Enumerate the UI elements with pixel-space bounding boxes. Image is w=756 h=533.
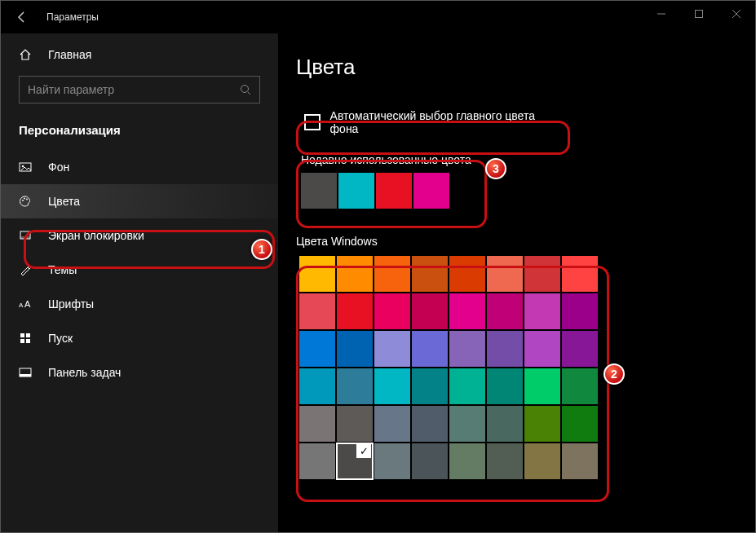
sidebar-item-label: Пуск — [48, 332, 73, 345]
color-swatch[interactable] — [562, 443, 598, 479]
sidebar-item-start[interactable]: Пуск — [1, 321, 278, 355]
windows-colors-header: Цвета Windows — [296, 235, 737, 248]
color-swatch[interactable] — [374, 256, 410, 292]
lockscreen-icon — [19, 229, 35, 242]
auto-pick-accent-checkbox[interactable]: Автоматический выбор главного цвета фона — [296, 103, 568, 142]
sidebar-item-lockscreen[interactable]: Экран блокировки — [1, 218, 278, 253]
recent-color-swatch[interactable] — [301, 173, 337, 209]
color-swatch[interactable] — [337, 406, 373, 442]
color-swatch[interactable] — [449, 331, 485, 367]
color-swatch[interactable] — [487, 293, 523, 329]
minimize-button[interactable] — [643, 1, 680, 27]
color-swatch[interactable] — [487, 443, 523, 479]
color-swatch[interactable] — [449, 443, 485, 479]
color-swatch[interactable] — [299, 406, 335, 442]
color-swatch[interactable] — [449, 406, 485, 442]
maximize-button[interactable] — [680, 1, 718, 27]
close-button[interactable] — [718, 1, 755, 27]
sidebar-item-label: Шрифты — [48, 297, 94, 311]
color-swatch[interactable] — [562, 293, 598, 329]
color-swatch[interactable] — [524, 406, 560, 442]
color-swatch[interactable] — [562, 406, 598, 442]
search-icon — [240, 84, 251, 95]
color-swatch[interactable] — [487, 256, 523, 292]
sidebar-item-label: Фон — [48, 161, 69, 174]
svg-point-9 — [24, 198, 25, 200]
color-swatch[interactable] — [337, 331, 373, 367]
color-swatch[interactable] — [412, 406, 448, 442]
svg-rect-16 — [26, 333, 30, 337]
svg-rect-12 — [20, 236, 30, 239]
sidebar-item-taskbar[interactable]: Панель задач — [1, 355, 278, 390]
color-swatch[interactable] — [524, 293, 560, 329]
color-swatch[interactable] — [412, 368, 448, 404]
page-title: Цвета — [296, 55, 737, 80]
color-swatch[interactable] — [412, 256, 448, 292]
color-swatch[interactable] — [524, 368, 560, 404]
sidebar-item-image[interactable]: Фон — [1, 150, 278, 184]
color-swatch[interactable] — [449, 256, 485, 292]
color-swatch[interactable] — [374, 443, 410, 479]
annotation-badge-2: 2 — [603, 363, 625, 385]
color-swatch[interactable] — [337, 443, 373, 479]
color-swatch[interactable] — [412, 293, 448, 329]
svg-rect-15 — [20, 333, 24, 337]
annotation-badge-3: 3 — [485, 158, 506, 179]
color-swatch[interactable] — [487, 406, 523, 442]
svg-rect-17 — [20, 339, 24, 343]
sidebar-home[interactable]: Главная — [1, 42, 278, 68]
color-swatch[interactable] — [299, 331, 335, 367]
color-swatch[interactable] — [562, 368, 598, 404]
sidebar-item-fonts[interactable]: AAШрифты — [1, 287, 278, 321]
sidebar-section-title: Персонализация — [1, 118, 278, 150]
color-swatch[interactable] — [299, 368, 335, 404]
sidebar-item-label: Цвета — [48, 195, 80, 208]
color-swatch[interactable] — [374, 368, 410, 404]
recent-colors-header: Недавно использованные цвета — [301, 153, 490, 166]
recent-colors-block: Недавно использованные цвета — [296, 142, 495, 210]
color-swatch[interactable] — [487, 368, 523, 404]
recent-color-swatch[interactable] — [338, 173, 374, 209]
svg-rect-18 — [26, 339, 30, 343]
recent-color-swatch[interactable] — [413, 173, 449, 209]
sidebar-item-palette[interactable]: Цвета — [1, 184, 278, 218]
color-swatch[interactable] — [299, 256, 335, 292]
color-swatch[interactable] — [337, 368, 373, 404]
svg-point-7 — [22, 165, 24, 168]
svg-text:A: A — [24, 299, 31, 309]
color-swatch[interactable] — [299, 443, 335, 479]
color-swatch[interactable] — [524, 256, 560, 292]
color-swatch[interactable] — [374, 293, 410, 329]
color-swatch[interactable] — [562, 331, 598, 367]
sidebar-item-label: Панель задач — [48, 366, 121, 379]
svg-text:A: A — [19, 302, 24, 309]
fonts-icon: AA — [19, 299, 35, 309]
window-title: Параметры — [46, 11, 99, 23]
color-swatch[interactable] — [562, 256, 598, 292]
color-swatch[interactable] — [412, 443, 448, 479]
color-swatch[interactable] — [524, 443, 560, 479]
svg-point-4 — [241, 86, 249, 93]
color-swatch[interactable] — [412, 331, 448, 367]
back-button[interactable] — [11, 6, 33, 29]
start-icon — [19, 332, 35, 345]
svg-line-5 — [248, 92, 250, 95]
color-swatch[interactable] — [374, 331, 410, 367]
image-icon — [19, 161, 35, 174]
color-swatch[interactable] — [449, 293, 485, 329]
search-placeholder: Найти параметр — [28, 83, 114, 96]
sidebar: Главная Найти параметр Персонализация Фо… — [1, 33, 278, 532]
color-swatch[interactable] — [337, 293, 373, 329]
color-swatch[interactable] — [524, 331, 560, 367]
themes-icon — [19, 263, 35, 276]
titlebar: Параметры — [1, 1, 755, 33]
sidebar-home-label: Главная — [48, 48, 91, 61]
color-swatch[interactable] — [374, 406, 410, 442]
search-input[interactable]: Найти параметр — [19, 76, 260, 104]
color-swatch[interactable] — [449, 368, 485, 404]
color-swatch[interactable] — [487, 331, 523, 367]
recent-color-swatch[interactable] — [376, 173, 412, 209]
color-swatch[interactable] — [337, 256, 373, 292]
color-swatch[interactable] — [299, 293, 335, 329]
sidebar-item-themes[interactable]: Темы — [1, 253, 278, 287]
